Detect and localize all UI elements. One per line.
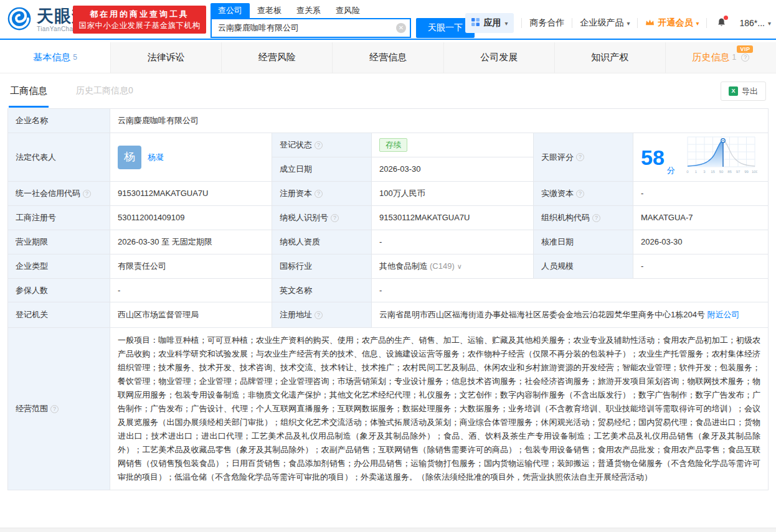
notification-bell-icon[interactable] xyxy=(717,17,726,29)
export-button[interactable]: X 导出 xyxy=(721,82,766,101)
org-code-label: 组织机构代码 ? xyxy=(534,206,633,230)
help-icon[interactable]: ? xyxy=(576,153,584,161)
credit-code-value: 91530112MAKATGUA7U xyxy=(110,182,272,206)
taxpayer-quality-label: 纳税人资质 xyxy=(272,230,372,254)
tab-operating-info[interactable]: 经营信息 xyxy=(333,42,443,73)
tab-basic-info[interactable]: 基本信息 5 xyxy=(0,42,111,73)
company-name-value: 云南麋鹿咖啡有限公司 xyxy=(110,109,769,133)
registry-label: 登记机关 xyxy=(8,302,110,328)
biz-term-value: 2026-03-30 至 无固定期限 xyxy=(110,230,272,254)
label-text: 统一社会信用代码 xyxy=(16,187,80,200)
chevron-down-icon: ▾ xyxy=(504,20,508,27)
account-menu[interactable]: 186*... ▾ xyxy=(739,18,771,28)
help-icon[interactable]: ? xyxy=(741,54,749,62)
reg-capital-value: 100万人民币 xyxy=(372,182,534,206)
main-tabs: 基本信息 5 法律诉讼 经营风险 经营信息 公司发展 知识产权 VIP 历史信息… xyxy=(0,42,776,73)
staff-size-label: 人员规模 xyxy=(534,254,633,279)
score-cell: 58 分 0 1 xyxy=(633,133,769,182)
industry-label: 国标行业 xyxy=(272,254,372,279)
taxpayer-id-label: 纳税人识别号 ? xyxy=(272,206,372,230)
english-name-value: - xyxy=(372,279,769,302)
established-value: 2026-03-30 xyxy=(372,157,534,182)
address-cell: 云南省昆明市西山区福海街道办事处福海社区居委会金地云泊花园梵华里商务中心1栋20… xyxy=(372,302,769,328)
company-type-label: 企业类型 xyxy=(8,254,110,279)
search-input[interactable] xyxy=(211,18,411,38)
label-text: 天眼评分 xyxy=(541,151,574,164)
tab-label: 基本信息 xyxy=(33,52,70,63)
reg-number-label: 工商注册号 xyxy=(8,206,110,230)
tab-count: 5 xyxy=(73,53,77,62)
tab-legal[interactable]: 法律诉讼 xyxy=(111,42,222,73)
account-label: 186*... xyxy=(739,18,764,28)
score-label: 天眼评分 ? xyxy=(534,133,633,182)
help-icon[interactable]: ? xyxy=(331,214,339,222)
insured-label: 参保人数 xyxy=(8,279,110,302)
help-icon[interactable]: ? xyxy=(315,141,323,149)
tab-operating-risk[interactable]: 经营风险 xyxy=(222,42,333,73)
status-badge: 存续 xyxy=(379,138,407,152)
label-text: 注册资本 xyxy=(280,187,312,200)
search-tab-company[interactable]: 查公司 xyxy=(211,3,250,18)
score-value: 58 xyxy=(641,147,665,168)
expand-chevron-icon[interactable]: ∨ xyxy=(457,261,462,272)
search-tab-relation[interactable]: 查关系 xyxy=(289,3,328,18)
divider xyxy=(572,18,572,28)
help-icon[interactable]: ? xyxy=(592,214,600,222)
nav-enterprise[interactable]: 企业级产品 ▾ xyxy=(580,17,630,29)
clear-icon[interactable]: ✕ xyxy=(396,23,406,33)
company-name-label: 企业名称 xyxy=(8,109,110,133)
help-icon[interactable]: ? xyxy=(576,190,584,198)
help-icon[interactable]: ? xyxy=(50,405,59,413)
company-type-value: 有限责任公司 xyxy=(110,254,272,279)
label-text: 组织机构代码 xyxy=(541,212,590,224)
help-icon[interactable]: ? xyxy=(83,190,91,198)
logo-eye-icon xyxy=(6,6,32,34)
slogan-line1: 都在用的商业查询工具 xyxy=(73,8,206,20)
apps-label: 应用 xyxy=(483,17,501,29)
taxpayer-quality-value: - xyxy=(372,230,534,254)
reg-number-value: 530112001409109 xyxy=(110,206,272,230)
svg-text:1: 1 xyxy=(695,170,698,174)
tab-history[interactable]: VIP 历史信息 1 ? xyxy=(666,42,776,73)
search-tabs: 查公司 查老板 查关系 查风险 xyxy=(211,3,475,18)
tab-intellectual-property[interactable]: 知识产权 xyxy=(555,42,666,73)
divider xyxy=(637,18,638,28)
industry-cell: 其他食品制造 (C149) ∨ xyxy=(372,254,534,279)
chevron-down-icon: ▾ xyxy=(627,20,630,27)
apps-menu[interactable]: 应用 ▾ xyxy=(465,13,514,33)
search-tab-boss[interactable]: 查老板 xyxy=(250,3,289,18)
tab-company-development[interactable]: 公司发展 xyxy=(444,42,555,73)
approval-date-label: 核准日期 xyxy=(534,230,633,254)
divider xyxy=(521,18,522,28)
legal-rep-link[interactable]: 杨凝 xyxy=(148,151,164,164)
reg-capital-label: 注册资本 ? xyxy=(272,182,372,206)
avatar[interactable]: 杨 xyxy=(118,146,141,169)
svg-text:3: 3 xyxy=(703,170,706,174)
credit-code-label: 统一社会信用代码 ? xyxy=(8,182,110,206)
scope-label: 经营范围 ? xyxy=(8,328,110,490)
address-value: 云南省昆明市西山区福海街道办事处福海社区居委会金地云泊花园梵华里商务中心1栋20… xyxy=(379,310,705,319)
nav-cooperation[interactable]: 商务合作 xyxy=(529,17,564,29)
org-code-value: MAKATGUA-7 xyxy=(633,206,769,230)
tab-label: 经营风险 xyxy=(258,52,296,63)
chevron-down-icon: ▾ xyxy=(696,20,699,27)
tab-label: 历史信息 xyxy=(693,52,730,63)
search-tab-risk[interactable]: 查风险 xyxy=(328,3,367,18)
divider xyxy=(734,18,734,28)
svg-text:50: 50 xyxy=(719,170,723,174)
enterprise-label: 企业级产品 xyxy=(580,17,623,29)
nearby-companies-link[interactable]: 附近公司 xyxy=(707,310,740,319)
svg-text:99: 99 xyxy=(744,170,749,174)
subtab-row: 工商信息 历史工商信息0 X 导出 xyxy=(0,73,776,108)
established-label: 成立日期 xyxy=(272,157,372,182)
help-icon[interactable]: ? xyxy=(315,311,323,319)
paid-capital-value: - xyxy=(633,182,769,206)
nav-vip-upgrade[interactable]: 开通会员 ▾ xyxy=(645,17,699,29)
taxpayer-id-value: 91530112MAKATGUA7U xyxy=(372,206,534,230)
subtab-business-info[interactable]: 工商信息 xyxy=(9,75,49,108)
crown-icon xyxy=(645,18,655,28)
biz-term-label: 营业期限 xyxy=(8,230,110,254)
apps-grid-icon xyxy=(471,18,480,28)
subtab-history-business-info[interactable]: 历史工商信息0 xyxy=(76,85,133,96)
help-icon[interactable]: ? xyxy=(315,190,323,198)
